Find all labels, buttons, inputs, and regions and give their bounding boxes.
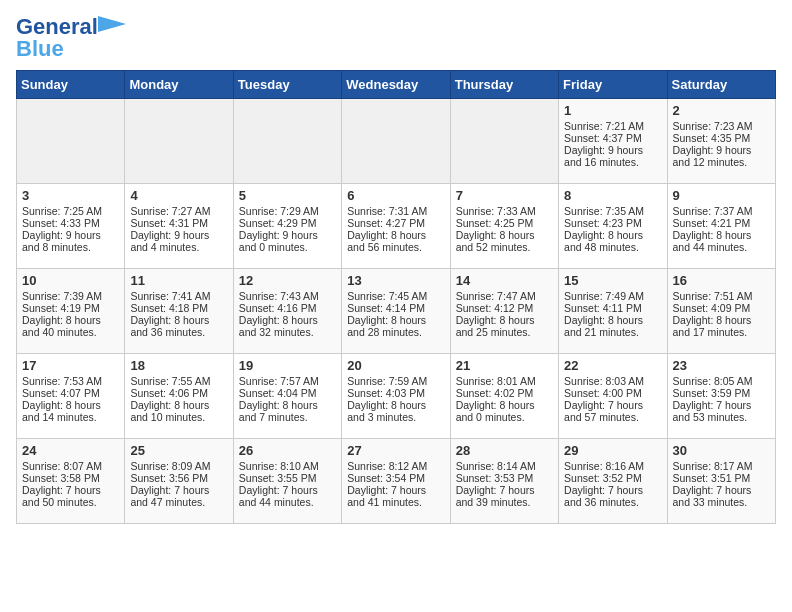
day-info: Sunrise: 7:37 AMSunset: 4:21 PMDaylight:… bbox=[673, 205, 753, 253]
day-number: 6 bbox=[347, 188, 444, 203]
day-number: 18 bbox=[130, 358, 227, 373]
calendar-cell bbox=[233, 99, 341, 184]
day-info: Sunrise: 8:01 AMSunset: 4:02 PMDaylight:… bbox=[456, 375, 536, 423]
calendar-cell: 10Sunrise: 7:39 AMSunset: 4:19 PMDayligh… bbox=[17, 269, 125, 354]
calendar-cell: 25Sunrise: 8:09 AMSunset: 3:56 PMDayligh… bbox=[125, 439, 233, 524]
day-number: 25 bbox=[130, 443, 227, 458]
calendar-cell: 20Sunrise: 7:59 AMSunset: 4:03 PMDayligh… bbox=[342, 354, 450, 439]
day-number: 15 bbox=[564, 273, 661, 288]
calendar-cell: 22Sunrise: 8:03 AMSunset: 4:00 PMDayligh… bbox=[559, 354, 667, 439]
calendar-cell: 23Sunrise: 8:05 AMSunset: 3:59 PMDayligh… bbox=[667, 354, 775, 439]
logo-text: General bbox=[16, 14, 98, 39]
day-info: Sunrise: 7:23 AMSunset: 4:35 PMDaylight:… bbox=[673, 120, 753, 168]
day-info: Sunrise: 7:57 AMSunset: 4:04 PMDaylight:… bbox=[239, 375, 319, 423]
day-number: 24 bbox=[22, 443, 119, 458]
day-info: Sunrise: 7:47 AMSunset: 4:12 PMDaylight:… bbox=[456, 290, 536, 338]
day-info: Sunrise: 7:49 AMSunset: 4:11 PMDaylight:… bbox=[564, 290, 644, 338]
calendar-header-thursday: Thursday bbox=[450, 71, 558, 99]
calendar-week-row: 24Sunrise: 8:07 AMSunset: 3:58 PMDayligh… bbox=[17, 439, 776, 524]
day-number: 16 bbox=[673, 273, 770, 288]
calendar-cell: 14Sunrise: 7:47 AMSunset: 4:12 PMDayligh… bbox=[450, 269, 558, 354]
day-number: 26 bbox=[239, 443, 336, 458]
calendar-cell: 12Sunrise: 7:43 AMSunset: 4:16 PMDayligh… bbox=[233, 269, 341, 354]
day-number: 17 bbox=[22, 358, 119, 373]
logo-arrow-icon bbox=[98, 16, 126, 32]
calendar-cell: 2Sunrise: 7:23 AMSunset: 4:35 PMDaylight… bbox=[667, 99, 775, 184]
day-number: 23 bbox=[673, 358, 770, 373]
day-number: 3 bbox=[22, 188, 119, 203]
day-number: 13 bbox=[347, 273, 444, 288]
day-number: 29 bbox=[564, 443, 661, 458]
day-info: Sunrise: 8:07 AMSunset: 3:58 PMDaylight:… bbox=[22, 460, 102, 508]
day-info: Sunrise: 8:12 AMSunset: 3:54 PMDaylight:… bbox=[347, 460, 427, 508]
calendar-week-row: 3Sunrise: 7:25 AMSunset: 4:33 PMDaylight… bbox=[17, 184, 776, 269]
calendar-cell: 21Sunrise: 8:01 AMSunset: 4:02 PMDayligh… bbox=[450, 354, 558, 439]
day-number: 14 bbox=[456, 273, 553, 288]
day-info: Sunrise: 8:14 AMSunset: 3:53 PMDaylight:… bbox=[456, 460, 536, 508]
day-number: 7 bbox=[456, 188, 553, 203]
calendar-header-tuesday: Tuesday bbox=[233, 71, 341, 99]
day-number: 20 bbox=[347, 358, 444, 373]
day-number: 27 bbox=[347, 443, 444, 458]
calendar-cell bbox=[342, 99, 450, 184]
day-number: 8 bbox=[564, 188, 661, 203]
calendar-cell: 3Sunrise: 7:25 AMSunset: 4:33 PMDaylight… bbox=[17, 184, 125, 269]
day-number: 4 bbox=[130, 188, 227, 203]
day-info: Sunrise: 7:55 AMSunset: 4:06 PMDaylight:… bbox=[130, 375, 210, 423]
day-info: Sunrise: 7:59 AMSunset: 4:03 PMDaylight:… bbox=[347, 375, 427, 423]
day-number: 21 bbox=[456, 358, 553, 373]
page-header: General Blue bbox=[16, 16, 776, 60]
day-info: Sunrise: 7:21 AMSunset: 4:37 PMDaylight:… bbox=[564, 120, 644, 168]
calendar-cell: 26Sunrise: 8:10 AMSunset: 3:55 PMDayligh… bbox=[233, 439, 341, 524]
day-number: 5 bbox=[239, 188, 336, 203]
calendar-cell: 24Sunrise: 8:07 AMSunset: 3:58 PMDayligh… bbox=[17, 439, 125, 524]
calendar-header-row: SundayMondayTuesdayWednesdayThursdayFrid… bbox=[17, 71, 776, 99]
day-info: Sunrise: 7:53 AMSunset: 4:07 PMDaylight:… bbox=[22, 375, 102, 423]
calendar-cell: 17Sunrise: 7:53 AMSunset: 4:07 PMDayligh… bbox=[17, 354, 125, 439]
day-number: 22 bbox=[564, 358, 661, 373]
calendar-week-row: 17Sunrise: 7:53 AMSunset: 4:07 PMDayligh… bbox=[17, 354, 776, 439]
day-number: 12 bbox=[239, 273, 336, 288]
calendar-week-row: 10Sunrise: 7:39 AMSunset: 4:19 PMDayligh… bbox=[17, 269, 776, 354]
calendar-cell: 19Sunrise: 7:57 AMSunset: 4:04 PMDayligh… bbox=[233, 354, 341, 439]
day-info: Sunrise: 7:33 AMSunset: 4:25 PMDaylight:… bbox=[456, 205, 536, 253]
day-info: Sunrise: 7:39 AMSunset: 4:19 PMDaylight:… bbox=[22, 290, 102, 338]
day-info: Sunrise: 7:25 AMSunset: 4:33 PMDaylight:… bbox=[22, 205, 102, 253]
calendar-cell: 16Sunrise: 7:51 AMSunset: 4:09 PMDayligh… bbox=[667, 269, 775, 354]
calendar-cell: 4Sunrise: 7:27 AMSunset: 4:31 PMDaylight… bbox=[125, 184, 233, 269]
calendar-header-sunday: Sunday bbox=[17, 71, 125, 99]
day-info: Sunrise: 7:31 AMSunset: 4:27 PMDaylight:… bbox=[347, 205, 427, 253]
calendar-cell: 30Sunrise: 8:17 AMSunset: 3:51 PMDayligh… bbox=[667, 439, 775, 524]
calendar-cell: 13Sunrise: 7:45 AMSunset: 4:14 PMDayligh… bbox=[342, 269, 450, 354]
day-number: 19 bbox=[239, 358, 336, 373]
day-info: Sunrise: 8:10 AMSunset: 3:55 PMDaylight:… bbox=[239, 460, 319, 508]
day-info: Sunrise: 7:51 AMSunset: 4:09 PMDaylight:… bbox=[673, 290, 753, 338]
calendar-cell: 8Sunrise: 7:35 AMSunset: 4:23 PMDaylight… bbox=[559, 184, 667, 269]
day-info: Sunrise: 8:16 AMSunset: 3:52 PMDaylight:… bbox=[564, 460, 644, 508]
day-info: Sunrise: 7:43 AMSunset: 4:16 PMDaylight:… bbox=[239, 290, 319, 338]
day-info: Sunrise: 7:29 AMSunset: 4:29 PMDaylight:… bbox=[239, 205, 319, 253]
calendar-cell: 9Sunrise: 7:37 AMSunset: 4:21 PMDaylight… bbox=[667, 184, 775, 269]
calendar-table: SundayMondayTuesdayWednesdayThursdayFrid… bbox=[16, 70, 776, 524]
calendar-header-saturday: Saturday bbox=[667, 71, 775, 99]
calendar-cell: 27Sunrise: 8:12 AMSunset: 3:54 PMDayligh… bbox=[342, 439, 450, 524]
day-info: Sunrise: 7:41 AMSunset: 4:18 PMDaylight:… bbox=[130, 290, 210, 338]
day-info: Sunrise: 7:45 AMSunset: 4:14 PMDaylight:… bbox=[347, 290, 427, 338]
day-number: 1 bbox=[564, 103, 661, 118]
logo: General Blue bbox=[16, 16, 98, 60]
day-info: Sunrise: 7:27 AMSunset: 4:31 PMDaylight:… bbox=[130, 205, 210, 253]
day-number: 30 bbox=[673, 443, 770, 458]
day-number: 28 bbox=[456, 443, 553, 458]
calendar-cell: 15Sunrise: 7:49 AMSunset: 4:11 PMDayligh… bbox=[559, 269, 667, 354]
calendar-cell: 6Sunrise: 7:31 AMSunset: 4:27 PMDaylight… bbox=[342, 184, 450, 269]
day-number: 2 bbox=[673, 103, 770, 118]
calendar-header-monday: Monday bbox=[125, 71, 233, 99]
calendar-cell bbox=[450, 99, 558, 184]
calendar-cell: 29Sunrise: 8:16 AMSunset: 3:52 PMDayligh… bbox=[559, 439, 667, 524]
calendar-header-friday: Friday bbox=[559, 71, 667, 99]
day-info: Sunrise: 8:17 AMSunset: 3:51 PMDaylight:… bbox=[673, 460, 753, 508]
day-info: Sunrise: 8:09 AMSunset: 3:56 PMDaylight:… bbox=[130, 460, 210, 508]
day-number: 10 bbox=[22, 273, 119, 288]
calendar-week-row: 1Sunrise: 7:21 AMSunset: 4:37 PMDaylight… bbox=[17, 99, 776, 184]
calendar-cell: 7Sunrise: 7:33 AMSunset: 4:25 PMDaylight… bbox=[450, 184, 558, 269]
